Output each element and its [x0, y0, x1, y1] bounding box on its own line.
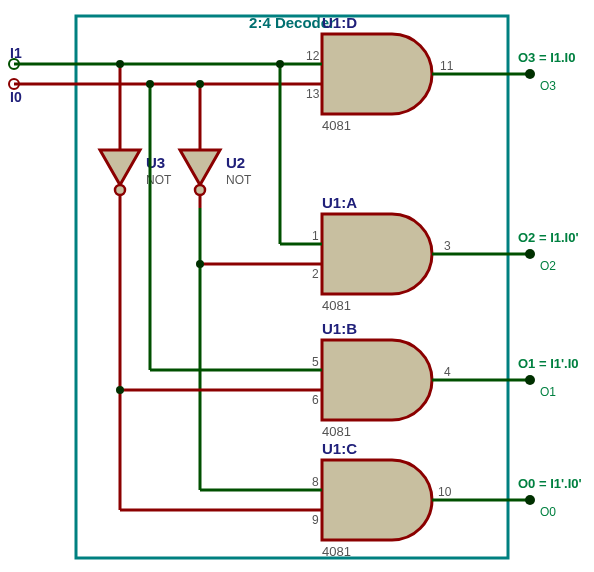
- svg-point-64: [525, 375, 535, 385]
- svg-point-43: [196, 80, 204, 88]
- wire-i1-rail: I1: [9, 45, 300, 69]
- input-label-i1: I1: [10, 45, 22, 61]
- svg-text:U2: U2: [226, 154, 245, 171]
- svg-text:O3: O3: [540, 79, 556, 93]
- gate-name: U1:A: [322, 194, 357, 211]
- wire-i0-rail: I0: [9, 79, 300, 105]
- gate-name: U1:B: [322, 320, 357, 337]
- output-o0: O0 = I1'.I0' O0: [454, 476, 582, 519]
- inverter-u3: U3 NOT: [100, 140, 172, 208]
- and-gate-u1a: U1:A 4081 1 2 3: [300, 194, 454, 313]
- gate-type: 4081: [322, 118, 351, 133]
- and-gate-u1b: U1:B 4081 5 6 4: [300, 320, 454, 439]
- svg-text:O2: O2: [540, 259, 556, 273]
- svg-text:O2 = I1.I0': O2 = I1.I0': [518, 230, 579, 245]
- svg-point-41: [116, 60, 124, 68]
- svg-text:O0 = I1'.I0': O0 = I1'.I0': [518, 476, 582, 491]
- svg-text:8: 8: [312, 475, 319, 489]
- gate-name: U1:C: [322, 440, 357, 457]
- input-label-i0: I0: [10, 89, 22, 105]
- decoder-schematic: 2:4 Decoder U1:D 4081 12 13 11 U1:A 4081: [0, 0, 594, 572]
- svg-text:NOT: NOT: [226, 173, 252, 187]
- svg-text:13: 13: [306, 87, 320, 101]
- gate-type: 4081: [322, 424, 351, 439]
- svg-text:11: 11: [440, 59, 454, 73]
- svg-point-49: [196, 260, 204, 268]
- svg-point-60: [525, 249, 535, 259]
- svg-point-46: [146, 80, 154, 88]
- boundary-box: [76, 16, 508, 558]
- gate-type: 4081: [322, 544, 351, 559]
- svg-point-53: [116, 386, 124, 394]
- output-o1: O1 = I1'.I0 O1: [454, 356, 579, 399]
- svg-point-56: [525, 69, 535, 79]
- svg-text:O3 = I1.I0: O3 = I1.I0: [518, 50, 575, 65]
- svg-text:9: 9: [312, 513, 319, 527]
- svg-point-39: [276, 60, 284, 68]
- routing-wires: [116, 60, 300, 510]
- svg-text:3: 3: [444, 239, 451, 253]
- svg-text:2: 2: [312, 267, 319, 281]
- inverter-u2: U2 NOT: [180, 140, 252, 208]
- svg-text:6: 6: [312, 393, 319, 407]
- svg-text:4: 4: [444, 365, 451, 379]
- output-o2: O2 = I1.I0' O2: [454, 230, 579, 273]
- and-gate-u1c: U1:C 4081 8 9 10: [300, 440, 454, 559]
- gate-type: 4081: [322, 298, 351, 313]
- svg-text:O1: O1: [540, 385, 556, 399]
- svg-text:10: 10: [438, 485, 452, 499]
- and-gate-u1d: U1:D 4081 12 13 11: [300, 14, 454, 133]
- svg-point-68: [525, 495, 535, 505]
- svg-text:O0: O0: [540, 505, 556, 519]
- svg-text:O1 = I1'.I0: O1 = I1'.I0: [518, 356, 579, 371]
- gate-name: U1:D: [322, 14, 357, 31]
- svg-text:5: 5: [312, 355, 319, 369]
- output-o3: O3 = I1.I0 O3: [454, 50, 575, 93]
- svg-text:12: 12: [306, 49, 320, 63]
- svg-text:1: 1: [312, 229, 319, 243]
